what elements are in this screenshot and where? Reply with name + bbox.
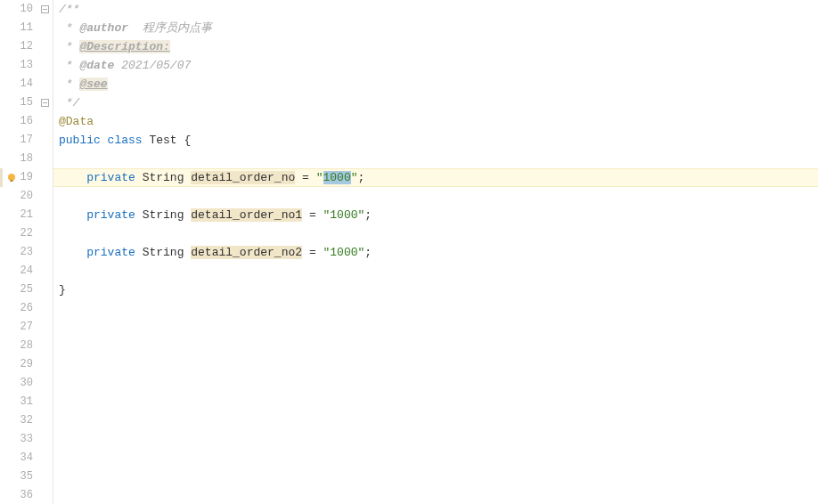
code-line[interactable]: * @Description: <box>53 37 818 56</box>
class-name: Test <box>149 134 184 147</box>
gutter-line[interactable]: 32 <box>0 411 53 430</box>
code-line[interactable] <box>53 318 818 337</box>
gutter-line[interactable]: 11 <box>0 19 53 37</box>
gutter-line[interactable]: 24 <box>0 262 53 280</box>
gutter-line[interactable]: 33 <box>0 430 53 449</box>
gutter-line[interactable]: 15 <box>0 93 53 112</box>
gutter-line[interactable]: 29 <box>0 355 53 374</box>
gutter-line[interactable]: 14 <box>0 75 53 93</box>
doc-tag-see: @see <box>79 77 107 91</box>
doc-comment-close: */ <box>59 96 79 110</box>
code-line[interactable]: */ <box>53 93 818 112</box>
gutter-line[interactable]: 10 <box>0 0 53 19</box>
gutter-line[interactable]: 26 <box>0 299 53 318</box>
code-line[interactable]: * @see <box>53 75 818 93</box>
field-detail-order-no2: detail_order_no2 <box>191 246 302 259</box>
code-line[interactable] <box>53 393 818 411</box>
gutter-line[interactable]: 36 <box>0 486 53 504</box>
gutter-line[interactable]: 34 <box>0 449 53 467</box>
gutter-line[interactable]: 22 <box>0 224 53 243</box>
code-line[interactable]: * @date 2021/05/07 <box>53 56 818 75</box>
code-line[interactable]: private String detail_order_no2 = "1000"… <box>53 243 818 262</box>
annotation-data: @Data <box>59 115 94 128</box>
svg-point-4 <box>8 174 15 181</box>
gutter-line[interactable]: 12 <box>0 37 53 56</box>
gutter-line[interactable]: 31 <box>0 393 53 411</box>
code-line[interactable]: private String detail_order_no1 = "1000"… <box>53 206 818 224</box>
code-line[interactable]: } <box>53 280 818 299</box>
gutter-line[interactable]: 20 <box>0 187 53 206</box>
code-line[interactable] <box>53 262 818 280</box>
lightbulb-icon[interactable] <box>5 172 18 184</box>
code-line[interactable] <box>53 150 818 168</box>
code-line[interactable]: /** <box>53 0 818 19</box>
code-line-caret[interactable]: private String detail_order_no = "1000"; <box>53 168 818 187</box>
field-detail-order-no1: detail_order_no1 <box>191 208 302 222</box>
code-line[interactable] <box>53 449 818 467</box>
code-line[interactable]: @Data <box>53 112 818 131</box>
doc-tag-description: @Description: <box>79 40 169 53</box>
code-line[interactable] <box>53 299 818 318</box>
gutter-line[interactable]: 16 <box>0 112 53 131</box>
code-line[interactable] <box>53 224 818 243</box>
code-editor: 10 11 12 13 14 15 16 17 18 19 20 21 22 2… <box>0 0 818 504</box>
code-line[interactable] <box>53 355 818 374</box>
gutter-line[interactable]: 25 <box>0 280 53 299</box>
code-line[interactable] <box>53 411 818 430</box>
gutter-line[interactable]: 21 <box>0 206 53 224</box>
gutter-line[interactable]: 13 <box>0 56 53 75</box>
code-line[interactable]: public class Test { <box>53 131 818 150</box>
svg-rect-5 <box>11 180 13 182</box>
doc-tag-date: @date <box>79 59 114 72</box>
gutter-line[interactable]: 19 <box>0 168 53 187</box>
gutter-line[interactable]: 18 <box>0 150 53 168</box>
code-line[interactable] <box>53 430 818 449</box>
editor-gutter: 10 11 12 13 14 15 16 17 18 19 20 21 22 2… <box>0 0 53 504</box>
doc-tag-author: @author <box>79 21 128 35</box>
gutter-line[interactable]: 27 <box>0 318 53 337</box>
code-line[interactable] <box>53 374 818 393</box>
selected-text: 1000 <box>323 171 351 184</box>
gutter-line[interactable]: 30 <box>0 374 53 393</box>
code-line[interactable] <box>53 187 818 206</box>
gutter-line[interactable]: 17 <box>0 131 53 150</box>
gutter-line[interactable]: 28 <box>0 337 53 355</box>
change-marker <box>0 168 3 187</box>
code-line[interactable] <box>53 486 818 504</box>
code-line[interactable] <box>53 337 818 355</box>
doc-comment-open: /** <box>59 3 79 16</box>
code-line[interactable]: * @author 程序员内点事 <box>53 19 818 37</box>
gutter-line[interactable]: 23 <box>0 243 53 262</box>
fold-minus-icon[interactable] <box>40 99 49 108</box>
code-area[interactable]: /** * @author 程序员内点事 * @Description: * @… <box>53 0 818 504</box>
gutter-line[interactable]: 35 <box>0 467 53 486</box>
field-detail-order-no: detail_order_no <box>191 171 295 184</box>
fold-minus-icon[interactable] <box>40 5 49 14</box>
code-line[interactable] <box>53 467 818 486</box>
